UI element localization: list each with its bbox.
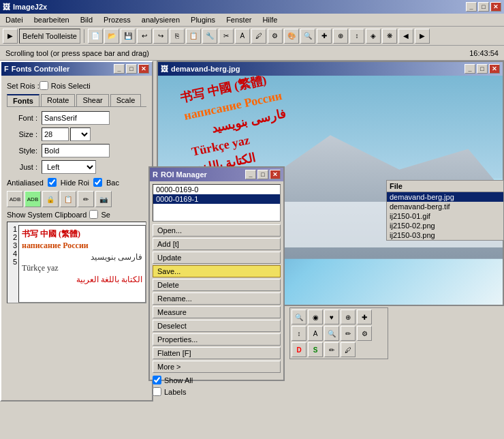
camera-btn[interactable]: 📷 — [95, 191, 112, 207]
text-preview[interactable]: 书写 中國 (繁體) написание России فارسی بنویسی… — [18, 225, 146, 303]
tool-pencil[interactable]: ✏ — [341, 326, 356, 341]
tool13[interactable]: ◀ — [398, 29, 413, 44]
copy-icon-btn[interactable]: 📋 — [60, 191, 76, 207]
close-button[interactable]: ✕ — [490, 2, 501, 12]
antialiased-checkbox[interactable] — [48, 178, 57, 187]
tool-draw[interactable]: ✏ — [324, 342, 339, 357]
image-maximize-button[interactable]: □ — [477, 64, 488, 74]
menu-datei[interactable]: Datei — [3, 15, 26, 25]
rename-btn-roi[interactable]: Rename... — [153, 292, 281, 305]
fonts-close-button[interactable]: ✕ — [138, 64, 149, 74]
redo-btn[interactable]: ↪ — [153, 29, 168, 44]
just-label: Just : — [7, 163, 37, 171]
tool7[interactable]: 🔍 — [300, 29, 315, 44]
tab-rotate[interactable]: Rotate — [41, 94, 75, 106]
maximize-button[interactable]: □ — [478, 2, 489, 12]
tool12[interactable]: ❋ — [382, 29, 397, 44]
properties-btn-roi[interactable]: Properties... — [153, 333, 281, 346]
play-button[interactable]: ▶ — [3, 29, 18, 44]
fonts-maximize-button[interactable]: □ — [126, 64, 137, 74]
file-item-0[interactable]: demavand-berg.jpg — [387, 192, 503, 202]
tool-pen[interactable]: 🖊 — [341, 342, 356, 357]
copy-btn[interactable]: ⎘ — [170, 29, 185, 44]
image-close-button[interactable]: ✕ — [489, 64, 500, 74]
tool1[interactable]: 🔧 — [202, 29, 217, 44]
tool14[interactable]: ▶ — [415, 29, 430, 44]
tab-fonts[interactable]: Fonts — [7, 94, 40, 106]
measure-btn-roi[interactable]: Measure — [153, 306, 281, 318]
tool8[interactable]: ✚ — [317, 29, 332, 44]
tool11[interactable]: ◈ — [366, 29, 381, 44]
status-time: 16:43:54 — [469, 49, 499, 57]
save-btn[interactable]: 💾 — [121, 29, 136, 44]
roi-restore-button[interactable]: □ — [257, 170, 268, 179]
lock-btn[interactable]: 🔒 — [42, 191, 59, 207]
tool-arrows[interactable]: ↕ — [292, 326, 306, 341]
labels-checkbox[interactable] — [153, 387, 161, 396]
roi-item-0[interactable]: 0000-0169-0 — [153, 185, 280, 194]
flatten-btn-roi[interactable]: Flatten [F] — [153, 347, 281, 359]
show-clipboard-checkbox[interactable] — [89, 210, 98, 219]
font-input[interactable] — [42, 111, 110, 125]
roi-list[interactable]: 0000-0169-0 0000-0169-1 — [153, 184, 281, 222]
tool-heart[interactable]: ♥ — [324, 309, 339, 324]
menu-bild[interactable]: Bild — [78, 15, 95, 25]
tool3[interactable]: A — [235, 29, 250, 44]
hide-roi-checkbox[interactable] — [93, 178, 102, 187]
adb-btn-2[interactable]: ADB — [25, 191, 41, 207]
file-item-1[interactable]: demavand-berg.tif — [387, 202, 503, 211]
tab-shear[interactable]: Shear — [76, 94, 108, 106]
open-btn[interactable]: 📂 — [104, 29, 119, 44]
more-btn-roi[interactable]: More > — [153, 361, 281, 373]
minimize-button[interactable]: _ — [466, 2, 477, 12]
tool-s[interactable]: S — [308, 342, 323, 357]
add-btn-roi[interactable]: Add [t] — [153, 238, 281, 250]
delete-btn-roi[interactable]: Delete — [153, 279, 281, 291]
open-btn-roi[interactable]: Open... — [153, 224, 281, 237]
size-input[interactable] — [42, 127, 69, 141]
menu-fenster[interactable]: Fenster — [223, 15, 254, 25]
tool-zoom[interactable]: 🔍 — [324, 326, 339, 341]
menu-analysieren[interactable]: analysieren — [139, 15, 183, 25]
roi-minimize-button[interactable]: _ — [245, 170, 256, 179]
save-btn-roi[interactable]: Save... — [153, 265, 281, 277]
tool5[interactable]: ⚙ — [268, 29, 283, 44]
tool2[interactable]: ✂ — [219, 29, 234, 44]
file-item-4[interactable]: ij2150-03.png — [387, 230, 503, 240]
tool-plus[interactable]: ⊕ — [341, 309, 356, 324]
tool10[interactable]: ↕ — [349, 29, 364, 44]
tool4[interactable]: 🖊 — [251, 29, 266, 44]
style-input[interactable] — [42, 144, 110, 157]
set-rois-label: Set Rois : — [7, 82, 40, 90]
deselect-btn-roi[interactable]: Deselect — [153, 320, 281, 332]
just-select[interactable]: Left Center Right — [42, 160, 96, 174]
menu-prozess[interactable]: Prozess — [101, 15, 133, 25]
show-all-checkbox[interactable] — [153, 376, 161, 384]
tool6[interactable]: 🎨 — [284, 29, 299, 44]
menu-bearbeiten[interactable]: bearbeiten — [31, 15, 72, 25]
menu-plugins[interactable]: Plugins — [188, 15, 218, 25]
roi-close-button[interactable]: ✕ — [270, 170, 281, 179]
tool-circle[interactable]: ◉ — [308, 309, 323, 324]
edit-btn[interactable]: ✏ — [78, 191, 94, 207]
file-item-3[interactable]: ij2150-02.png — [387, 221, 503, 230]
tool-cross[interactable]: ✚ — [357, 309, 372, 324]
size-dropdown[interactable]: ▼ — [70, 127, 91, 141]
image-minimize-button[interactable]: _ — [464, 64, 475, 74]
fonts-minimize-button[interactable]: _ — [114, 64, 125, 74]
adb-btn-1[interactable]: ADB — [7, 191, 23, 207]
file-item-2[interactable]: ij2150-01.gif — [387, 211, 503, 221]
tool-d[interactable]: D — [292, 342, 306, 357]
roi-item-1[interactable]: 0000-0169-1 — [153, 194, 280, 204]
tool-gear[interactable]: ⚙ — [357, 326, 372, 341]
tool9[interactable]: ⊕ — [333, 29, 348, 44]
set-rois-checkbox[interactable] — [40, 81, 48, 90]
new-btn[interactable]: 📄 — [88, 29, 103, 44]
menu-hilfe[interactable]: Hilfe — [259, 15, 280, 25]
update-btn-roi[interactable]: Update — [153, 252, 281, 264]
tab-scale[interactable]: Scale — [110, 94, 142, 106]
tool-search[interactable]: 🔍 — [292, 309, 306, 324]
undo-btn[interactable]: ↩ — [137, 29, 152, 44]
tool-text[interactable]: A — [308, 326, 323, 341]
paste-btn[interactable]: 📋 — [186, 29, 201, 44]
